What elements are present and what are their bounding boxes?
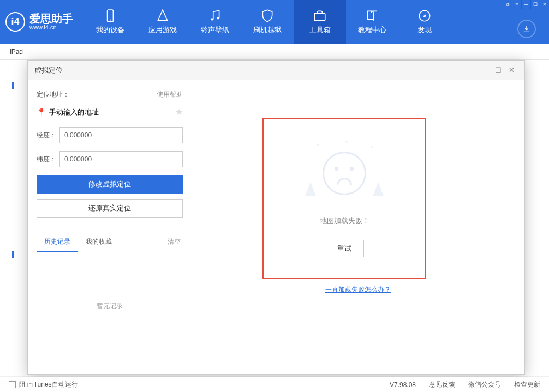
app-url: www.i4.cn — [29, 24, 73, 31]
titlebar-btn-2[interactable]: ≡ — [512, 0, 521, 9]
nav-label: 教程中心 — [358, 25, 386, 35]
app-name: 爱思助手 — [29, 13, 73, 24]
pin-icon: 📍 — [37, 108, 46, 117]
side-marker-icon — [12, 82, 14, 89]
modal-titlebar: 虚拟定位 ☐ ✕ — [28, 61, 524, 80]
latitude-input[interactable] — [59, 151, 183, 167]
apps-icon — [156, 9, 170, 23]
nav-toolbox[interactable]: 工具箱 — [294, 0, 346, 44]
nav-discover[interactable]: 发现 — [398, 0, 451, 44]
svg-point-1 — [110, 20, 111, 21]
nav-tutorials[interactable]: 教程中心 — [346, 0, 398, 44]
svg-rect-4 — [314, 14, 325, 21]
modify-location-button[interactable]: 修改虚拟定位 — [37, 175, 183, 194]
empty-history-text: 暂无记录 — [37, 301, 183, 311]
tab-favorites[interactable]: 我的收藏 — [78, 233, 120, 252]
book-icon — [365, 9, 379, 23]
nav-label: 我的设备 — [96, 25, 124, 35]
modal-title-text: 虚拟定位 — [34, 65, 63, 75]
logo-icon: i4 — [5, 12, 25, 32]
shield-icon — [260, 9, 274, 23]
latitude-label: 纬度： — [37, 155, 59, 164]
version-text: V7.98.08 — [390, 381, 416, 389]
longitude-input[interactable] — [59, 127, 183, 143]
clear-button[interactable]: 清空 — [165, 233, 183, 252]
help-link[interactable]: 使用帮助 — [157, 90, 183, 99]
main-area: 虚拟定位 ☐ ✕ 定位地址： 使用帮助 📍 手动输入的地址 ★ 经度： — [0, 60, 549, 376]
footer: 阻止iTunes自动运行 V7.98.08 意见反馈 微信公众号 检查更新 — [0, 377, 549, 392]
wechat-link[interactable]: 微信公众号 — [468, 380, 501, 389]
titlebar-close[interactable]: ✕ — [540, 0, 549, 9]
device-tab-bar: iPad — [0, 44, 549, 60]
map-error-box: 地图加载失败！ 重试 — [262, 118, 426, 279]
svg-point-3 — [217, 17, 219, 19]
nav-my-device[interactable]: 我的设备 — [84, 0, 136, 44]
nav-label: 发现 — [417, 25, 432, 35]
block-itunes-label: 阻止iTunes自动运行 — [19, 380, 78, 389]
nav-label: 应用游戏 — [148, 25, 177, 35]
map-fail-text: 地图加载失败！ — [320, 216, 369, 226]
titlebar-btn-1[interactable]: ⧉ — [503, 0, 512, 9]
device-tab[interactable]: iPad — [10, 48, 23, 56]
modal-maximize[interactable]: ☐ — [492, 66, 505, 74]
device-icon — [103, 9, 117, 23]
toolbox-icon — [313, 9, 327, 23]
header: i4 爱思助手 www.i4.cn 我的设备 应用游戏 铃声壁纸 刷机越狱 工具… — [0, 0, 549, 44]
tab-history[interactable]: 历史记录 — [37, 233, 78, 252]
nav-label: 刷机越狱 — [253, 25, 282, 35]
restore-location-button[interactable]: 还原真实定位 — [37, 199, 183, 218]
map-panel: 地图加载失败！ 重试 一直加载失败怎么办？ — [192, 80, 524, 374]
check-update-link[interactable]: 检查更新 — [514, 380, 540, 389]
favorite-star[interactable]: ★ — [175, 107, 183, 117]
virtual-location-modal: 虚拟定位 ☐ ✕ 定位地址： 使用帮助 📍 手动输入的地址 ★ 经度： — [27, 60, 525, 375]
manual-address-text: 手动输入的地址 — [49, 107, 99, 117]
history-tabs: 历史记录 我的收藏 清空 — [37, 233, 183, 252]
titlebar-minimize[interactable]: ─ — [522, 0, 530, 9]
logo: i4 爱思助手 www.i4.cn — [5, 12, 73, 32]
sad-face-icon — [295, 141, 393, 206]
modal-close[interactable]: ✕ — [505, 66, 518, 74]
download-icon — [522, 25, 531, 33]
nav-label: 工具箱 — [309, 25, 331, 35]
loading-fail-help-link[interactable]: 一直加载失败怎么办？ — [325, 286, 391, 293]
side-marker-icon — [12, 251, 14, 258]
download-button[interactable] — [517, 20, 536, 38]
window-controls: ⧉ ≡ ─ ☐ ✕ — [503, 0, 549, 9]
nav-label: 铃声壁纸 — [201, 25, 229, 35]
titlebar-maximize[interactable]: ☐ — [531, 0, 540, 9]
address-label: 定位地址： — [37, 90, 69, 99]
svg-point-2 — [211, 18, 213, 20]
longitude-label: 经度： — [37, 131, 59, 140]
nav-jailbreak[interactable]: 刷机越狱 — [241, 0, 294, 44]
music-icon — [208, 9, 222, 23]
retry-button[interactable]: 重试 — [325, 240, 364, 257]
compass-icon — [417, 9, 432, 23]
block-itunes-checkbox[interactable] — [9, 381, 16, 388]
location-panel: 定位地址： 使用帮助 📍 手动输入的地址 ★ 经度： 纬度： 修改虚拟定位 — [28, 80, 192, 374]
main-nav: 我的设备 应用游戏 铃声壁纸 刷机越狱 工具箱 教程中心 发现 — [84, 0, 451, 44]
feedback-link[interactable]: 意见反馈 — [429, 380, 455, 389]
nav-apps[interactable]: 应用游戏 — [136, 0, 189, 44]
nav-ringtones[interactable]: 铃声壁纸 — [189, 0, 241, 44]
